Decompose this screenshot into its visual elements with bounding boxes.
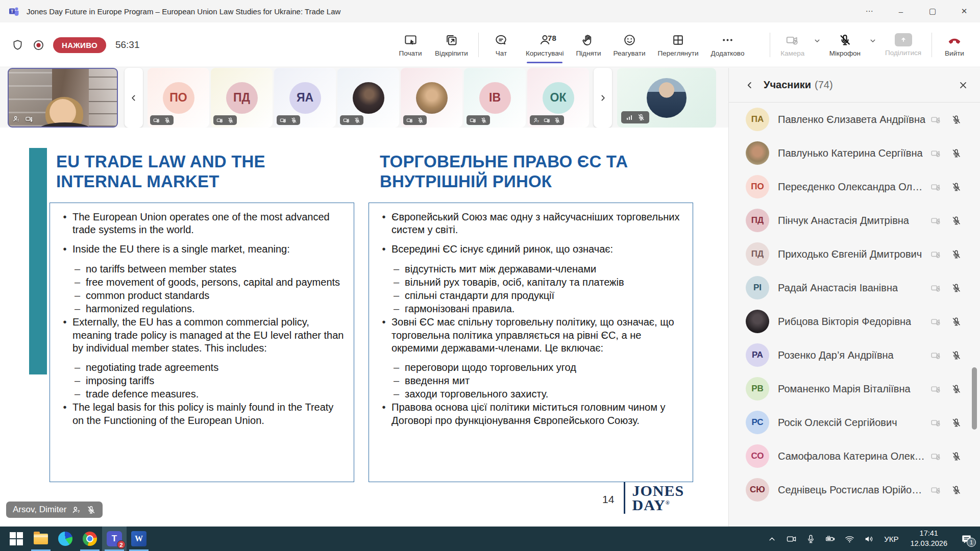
participant-row[interactable]: СЮСеднівець Ростислав Юрійов… [729, 473, 980, 507]
window-title: Jones Day Future in Europe Program – Eur… [27, 7, 340, 16]
toolbar-more-button[interactable]: Додатково [705, 22, 751, 67]
window-titlebar: T Jones Day Future in Europe Program – E… [0, 0, 980, 22]
participant-name: Седнівець Ростислав Юрійов… [778, 484, 927, 496]
toolbar-start-presenting-button[interactable]: Почати [392, 22, 429, 67]
participant-row[interactable]: ПОПереєденко Олександра Оле… [729, 170, 980, 204]
teams-notification-badge: 2 [117, 540, 126, 549]
participant-tile-photo[interactable] [337, 68, 399, 128]
taskbar-explorer-button[interactable] [29, 527, 53, 551]
camera-off-icon [786, 33, 799, 47]
toolbar-button-label: Камера [780, 49, 804, 57]
participant-name: Павленко Єлизавета Андріївна [778, 114, 925, 126]
taskbar-start-button[interactable] [4, 527, 29, 551]
slide-bullet: •Правова основа цієї політики міститься … [376, 401, 683, 427]
speaker-tray-button[interactable] [860, 527, 877, 551]
toolbar-react-button[interactable]: Реагувати [607, 22, 651, 67]
participant-tile-ЯА[interactable]: ЯА [274, 68, 336, 128]
mic-options-chevron-icon[interactable] [867, 14, 879, 67]
meeting-timer: 56:31 [115, 39, 140, 51]
hand-icon [581, 33, 595, 47]
action-center-button[interactable]: 1 [954, 527, 978, 551]
slide-sub-bullet: –переговори щодо торговельних угод [391, 361, 683, 374]
participant-tile-ОК[interactable]: ОК? [527, 68, 589, 128]
participant-row[interactable]: Рибцова Вікторія Федорівна [729, 305, 980, 338]
bullet-text: The European Union operates one of the m… [72, 211, 345, 236]
bullet-text: Externally, the EU has a common commerci… [72, 316, 345, 355]
participant-tile-speaker[interactable] [617, 68, 716, 128]
panel-scrollbar[interactable] [972, 367, 977, 430]
avatar-initials: РА [746, 343, 769, 367]
camera-off-icon [930, 215, 941, 226]
participant-row[interactable]: РВРоманенко Марія Віталіївна [729, 372, 980, 406]
close-icon[interactable] [958, 80, 969, 91]
wifi-tray-button[interactable] [841, 527, 858, 551]
shield-icon [11, 39, 24, 52]
toolbar-mic-button[interactable]: Мікрофон [823, 22, 867, 67]
toolbar-people-button[interactable]: 78Користувачі [520, 22, 570, 67]
participant-tile-photo[interactable] [401, 68, 462, 128]
toolbar-button-label: Мікрофон [829, 49, 861, 57]
window-minimize-button[interactable]: – [885, 0, 917, 22]
participant-row[interactable]: Павлунько Катерина Сергіївна [729, 136, 980, 170]
toolbar-raise-hand-button[interactable]: Підняти [570, 22, 607, 67]
tray-mic-tray-button[interactable] [802, 527, 819, 551]
sub-bullet-text: введення мит [405, 374, 470, 387]
meeting-toolbar: НАЖИВО 56:31 ПочатиВідкріпитиЧат78Корист… [0, 22, 980, 67]
slide-sub-bullet: –вільний рух товарів, осіб, капіталу та … [391, 276, 683, 289]
bullet-text: Європейський Союз має одну з найсучасніш… [391, 211, 683, 236]
battery-tray-button[interactable] [821, 527, 839, 551]
presenter-name: Arsov, Dimiter [13, 505, 66, 515]
participant-name: Самофалова Катерина Олекс… [778, 450, 927, 462]
participant-row[interactable]: ПДПінчук Анастасія Дмитрівна [729, 204, 980, 237]
sub-bullet-text: trade defence measures. [86, 388, 199, 400]
toolbar-unpin-button[interactable]: Відкріпити [429, 22, 474, 67]
participant-row[interactable]: РАРозенко Дар’я Андріївна [729, 338, 980, 372]
participant-name: Приходько Євгеній Дмитрович [778, 248, 922, 260]
taskbar-clock[interactable]: 17:41 12.03.2026 [905, 529, 952, 548]
participant-row[interactable]: РСРосік Олексій Сергійович [729, 406, 980, 439]
window-maximize-button[interactable]: ▢ [917, 0, 948, 22]
participant-name: Рибцова Вікторія Федорівна [778, 316, 911, 328]
filmstrip-prev-button[interactable] [125, 68, 143, 128]
language-indicator[interactable]: УКР [879, 535, 903, 543]
participant-tile-ІВ[interactable]: ІВ [464, 68, 526, 128]
participant-row[interactable]: СОСамофалова Катерина Олекс… [729, 439, 980, 473]
slide-sub-bullet: –free movement of goods, persons, capita… [72, 276, 345, 289]
sub-bullet-text: harmonized regulations. [86, 303, 194, 315]
taskbar-edge-button[interactable] [53, 527, 78, 551]
taskbar-word-button[interactable]: W [127, 527, 151, 551]
svg-text:?: ? [537, 119, 539, 122]
toolbar-camera-button[interactable]: Камера [774, 22, 811, 67]
back-icon[interactable] [744, 80, 755, 91]
toolbar-button-label: Відкріпити [435, 49, 468, 57]
window-close-button[interactable]: ✕ [948, 0, 980, 22]
leave-button[interactable]: Вийти [936, 22, 973, 67]
avatar-initials: ОК [543, 82, 574, 114]
participant-row[interactable]: ПДПриходько Євгеній Дмитрович [729, 237, 980, 271]
participant-row[interactable]: ПАПавленко Єлизавета Андріївна [729, 103, 980, 136]
participant-row[interactable]: РІРадай Анастасія Іванівна [729, 271, 980, 305]
avatar-initials: ПД [226, 82, 258, 114]
taskbar-teams-button[interactable]: T2 [102, 527, 127, 551]
filmstrip-next-button[interactable] [594, 68, 612, 128]
taskbar-chrome-button[interactable] [78, 527, 102, 551]
toolbar-share-button[interactable]: Поділитися [879, 22, 927, 67]
participant-tile-ПД[interactable]: ПД [211, 68, 273, 128]
chevron-up-tray-button[interactable] [763, 527, 780, 551]
tile-status-pill [621, 111, 649, 123]
bullet-text: Всередині ЄС існує єдиний ринок, що озна… [391, 243, 613, 256]
tray-camera-tray-button[interactable] [782, 527, 800, 551]
camera-options-chevron-icon[interactable] [811, 14, 823, 67]
presenter-video-tile[interactable]: ! [8, 68, 118, 128]
mic-off-icon [951, 148, 962, 159]
avatar-initials: ПО [746, 175, 769, 198]
tile-status-pill [467, 115, 490, 126]
toolbar-view-button[interactable]: Переглянути [652, 22, 705, 67]
avatar-initials: ПД [746, 209, 769, 232]
toolbar-chat-button[interactable]: Чат [483, 22, 520, 67]
mic-off-icon [951, 384, 962, 394]
record-icon[interactable] [32, 39, 45, 52]
participant-tile-ПО[interactable]: ПО [148, 68, 209, 128]
presenter-name-pill: Arsov, Dimiter ? [6, 502, 103, 518]
hangup-icon [947, 33, 962, 47]
